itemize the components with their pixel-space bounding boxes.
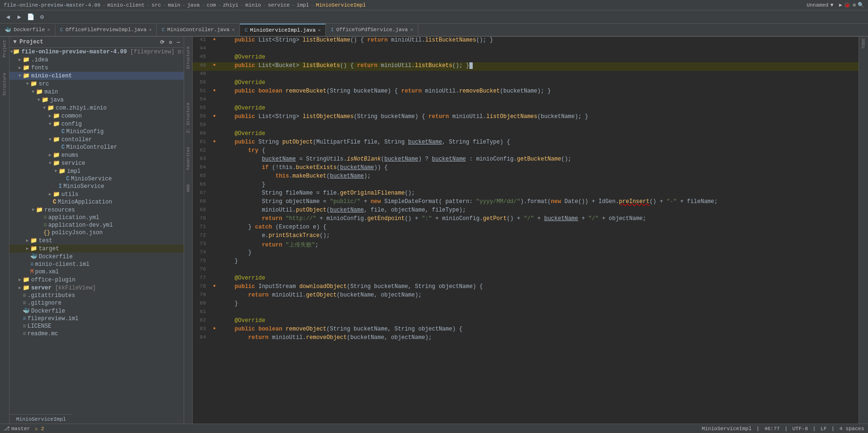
tree-item-test[interactable]: ▶ 📁 test (9, 237, 184, 245)
tab-dockerfile[interactable]: 🐳 Dockerfile ✕ (0, 24, 55, 36)
tree-item-impl[interactable]: ▼ 📁 impl (9, 167, 184, 175)
gutter-80 (210, 300, 219, 309)
tab-minio-controller[interactable]: C MinioController.java ✕ (157, 24, 240, 36)
gutter-76 (210, 266, 219, 275)
tree-item-server[interactable]: ▶ 📁 server [kkFileView] (9, 284, 184, 292)
code-line-80: 80 } (193, 300, 859, 309)
line-num-62: 62 (193, 147, 210, 156)
project-sync-button[interactable]: ⟳ (160, 39, 164, 45)
tree-item-gitattributes[interactable]: ≡ .gitattributes (9, 292, 184, 299)
label-license: LICENSE (27, 323, 51, 330)
tree-item-contoller[interactable]: ▼ 📁 contoller (9, 136, 184, 144)
tree-item-gitignore[interactable]: ≡ .gitignore (9, 299, 184, 307)
build-icon[interactable]: ⚙ (852, 2, 856, 8)
gutter-74 (210, 249, 219, 258)
tree-item-service[interactable]: ▼ 📁 service (9, 159, 184, 167)
tree-item-application-dev-yml[interactable]: ≡ application-dev.yml (9, 221, 184, 229)
label-application-dev-yml: application-dev.yml (48, 222, 113, 229)
web-label-vert[interactable]: Web (186, 184, 191, 192)
tree-item-license[interactable]: ≡ LICENSE (9, 323, 184, 330)
line-num-44: 44 (193, 45, 210, 54)
tree-item-enums[interactable]: ▶ 📁 enums (9, 151, 184, 159)
tree-item-miniocontroller[interactable]: C MinioController (9, 144, 184, 151)
tree-item-minio-client[interactable]: ▼ 📁 minio-client (9, 72, 184, 80)
tab-office-pdf[interactable]: I OfficeToPdfService.java ✕ (326, 24, 418, 36)
debug-icon[interactable]: ▶ (839, 2, 842, 8)
recent-files-button[interactable]: 📄 (26, 12, 36, 22)
code-editor[interactable]: 41 ● public List<String> listBucketName(… (193, 37, 859, 433)
code-84: return minioUtil.removeObject(bucketName… (219, 334, 859, 343)
office-pdf-close[interactable]: ✕ (410, 27, 413, 33)
settings-button[interactable]: ⚙ (37, 12, 47, 22)
tree-item-common[interactable]: ▶ 📁 common (9, 112, 184, 120)
tab-office-preview[interactable]: C OfficeFilePreviewImpl.java ✕ (55, 24, 157, 36)
back-button[interactable]: ◀ (3, 12, 13, 22)
structure-icon[interactable]: Structure (1, 72, 8, 97)
tree-item-dockerfile[interactable]: 🐳 Dockerfile (9, 253, 184, 261)
tree-item-minioapplication[interactable]: C MinioApplication (9, 198, 184, 206)
line-num-71: 71 (193, 224, 210, 232)
tree-item-com-zhiyi-minio[interactable]: ▼ 📁 com.zhiyi.minio (9, 104, 184, 112)
tree-item-utils[interactable]: ▶ 📁 utils (9, 190, 184, 198)
tree-item-policyjson[interactable]: {} policyJson.json (9, 229, 184, 237)
tree-item-filepreview-iml[interactable]: ≡ filepreview.iml (9, 315, 184, 323)
line-num-76: 76 (193, 266, 210, 275)
favorites-label-vert[interactable]: Z: Structure (186, 102, 191, 133)
tree-item-pom-xml[interactable]: M pom.xml (9, 268, 184, 276)
tree-item-java[interactable]: ▼ 📁 java (9, 96, 184, 104)
code-line-41: 41 ● public List<String> listBucketName(… (193, 37, 859, 45)
minio-service-impl-close[interactable]: ✕ (318, 27, 321, 33)
label-minioserviceimpl: MinioService (71, 176, 111, 182)
docker-icon-root: 🐳 (23, 307, 30, 314)
code-74: } (219, 249, 859, 258)
tree-item-minioconfig[interactable]: C MinioConfig (9, 128, 184, 136)
code-75: } (219, 258, 859, 266)
tree-item-root[interactable]: ▼ 📁 file-online-preview-master-4.09 [fil… (9, 48, 184, 56)
tree-item-readme[interactable]: ≡ readme.mc (9, 330, 184, 338)
favorites-label-vert2[interactable]: Favorites (186, 147, 191, 170)
code-56: public List<String> listObjectNames(Stri… (219, 113, 859, 122)
tree-item-resources[interactable]: ▼ 📁 resources (9, 206, 184, 214)
todo-icon[interactable]: TODO (861, 39, 866, 49)
tree-item-src[interactable]: ▼ 📁 src (9, 80, 184, 88)
tree-item-main[interactable]: ▼ 📁 main (9, 88, 184, 96)
tree-item-office-plugin[interactable]: ▶ 📁 office-plugin (9, 276, 184, 284)
project-panel-header: ▼ Project ⟳ ⚙ — (9, 37, 184, 48)
gutter-69 (210, 207, 219, 215)
tab-minio-service-impl[interactable]: C MinioServiceImpl.java ✕ (240, 24, 326, 36)
tree-item-fonts[interactable]: ▶ 📁 fonts (9, 64, 184, 72)
tree-item-config[interactable]: ▼ 📁 config (9, 120, 184, 128)
tree-item-idea[interactable]: ▶ 📁 .idea (9, 56, 184, 64)
search-icon[interactable]: 🔍 (858, 2, 864, 8)
minio-controller-close[interactable]: ✕ (232, 27, 235, 33)
tree-item-application-yml[interactable]: ≡ application.yml (9, 214, 184, 221)
folder-icon-office-plugin: 📁 (23, 276, 30, 283)
gutter-54 (210, 96, 219, 105)
project-collapse-button[interactable]: — (177, 39, 180, 45)
project-icon[interactable]: Project (1, 39, 8, 59)
bottom-tab-active[interactable]: MinioServiceImpl (11, 416, 71, 422)
git-branch-icon: ⎇ (4, 425, 10, 432)
forward-button[interactable]: ▶ (14, 12, 25, 22)
label-enums: enums (61, 152, 78, 159)
git-branch-name: master (11, 426, 30, 432)
structure-label-vert[interactable]: Structure (186, 46, 191, 69)
gutter-64 (210, 164, 219, 173)
title-unnamed: Unnamed (807, 2, 828, 8)
project-gear-button[interactable]: ⚙ (169, 39, 172, 45)
tree-item-minioserviceimpl[interactable]: C MinioService (9, 175, 184, 183)
label-gitignore: .gitignore (27, 300, 61, 306)
gutter-81 (210, 309, 219, 317)
tree-item-dockerfile-root[interactable]: 🐳 Dockerfile (9, 307, 184, 315)
dockerfile-tab-close[interactable]: ✕ (47, 27, 50, 33)
tree-item-target[interactable]: ▶ 📁 target (9, 245, 184, 253)
gutter-56: ● (210, 113, 219, 122)
statusbar-line-col: 46:77 (764, 426, 780, 432)
run-icon[interactable]: 🐞 (844, 2, 851, 8)
tree-item-minioservice[interactable]: I MinioService (9, 183, 184, 190)
statusbar-separator2: | (784, 426, 788, 432)
tree-item-minio-client-iml[interactable]: ≡ minio-client.iml (9, 261, 184, 268)
office-preview-label: OfficeFilePreviewImpl.java (66, 27, 147, 33)
office-preview-close[interactable]: ✕ (149, 27, 152, 33)
project-dropdown-icon[interactable]: ▼ (13, 39, 17, 45)
